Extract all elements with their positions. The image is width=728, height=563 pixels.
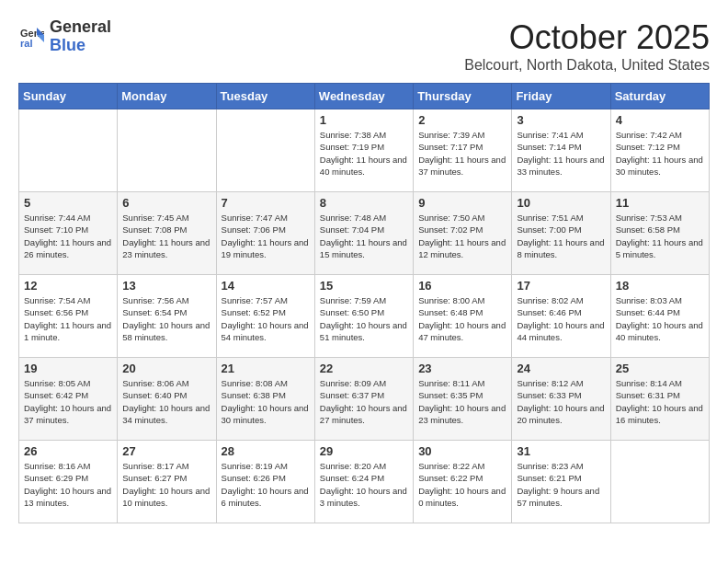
day-number: 26 bbox=[24, 444, 112, 458]
day-info: Sunrise: 7:38 AMSunset: 7:19 PMDaylight:… bbox=[320, 129, 408, 178]
calendar-cell: 23Sunrise: 8:11 AMSunset: 6:35 PMDayligh… bbox=[414, 358, 512, 441]
day-number: 13 bbox=[122, 279, 210, 293]
calendar-cell: 12Sunrise: 7:54 AMSunset: 6:56 PMDayligh… bbox=[19, 275, 118, 358]
day-info: Sunrise: 7:56 AMSunset: 6:54 PMDaylight:… bbox=[122, 294, 210, 343]
calendar-cell bbox=[118, 109, 216, 192]
day-number: 11 bbox=[616, 196, 704, 210]
day-info: Sunrise: 8:17 AMSunset: 6:27 PMDaylight:… bbox=[122, 460, 210, 509]
calendar-cell: 29Sunrise: 8:20 AMSunset: 6:24 PMDayligh… bbox=[314, 441, 413, 523]
calendar-week-row: 19Sunrise: 8:05 AMSunset: 6:42 PMDayligh… bbox=[19, 358, 710, 441]
calendar-cell: 16Sunrise: 8:00 AMSunset: 6:48 PMDayligh… bbox=[414, 275, 512, 358]
calendar-week-row: 5Sunrise: 7:44 AMSunset: 7:10 PMDaylight… bbox=[19, 192, 710, 275]
calendar-cell: 31Sunrise: 8:23 AMSunset: 6:21 PMDayligh… bbox=[512, 441, 610, 523]
day-info: Sunrise: 7:54 AMSunset: 6:56 PMDaylight:… bbox=[24, 294, 112, 343]
calendar-cell bbox=[19, 109, 118, 192]
calendar-cell: 20Sunrise: 8:06 AMSunset: 6:40 PMDayligh… bbox=[118, 358, 216, 441]
day-info: Sunrise: 7:44 AMSunset: 7:10 PMDaylight:… bbox=[24, 212, 112, 260]
calendar-cell: 15Sunrise: 7:59 AMSunset: 6:50 PMDayligh… bbox=[314, 275, 413, 358]
day-info: Sunrise: 8:00 AMSunset: 6:48 PMDaylight:… bbox=[418, 294, 506, 343]
calendar-cell: 18Sunrise: 8:03 AMSunset: 6:44 PMDayligh… bbox=[610, 275, 709, 358]
svg-text:ral: ral bbox=[20, 38, 32, 49]
day-number: 22 bbox=[320, 362, 408, 375]
calendar-body: 1Sunrise: 7:38 AMSunset: 7:19 PMDaylight… bbox=[19, 109, 710, 523]
day-info: Sunrise: 8:23 AMSunset: 6:21 PMDaylight:… bbox=[517, 460, 605, 509]
day-info: Sunrise: 7:50 AMSunset: 7:02 PMDaylight:… bbox=[418, 212, 506, 260]
weekday-header: Wednesday bbox=[314, 84, 413, 109]
day-number: 10 bbox=[517, 196, 605, 210]
day-number: 6 bbox=[122, 196, 210, 210]
calendar-cell: 27Sunrise: 8:17 AMSunset: 6:27 PMDayligh… bbox=[118, 441, 216, 523]
logo: Gene ral General Blue bbox=[18, 18, 111, 55]
day-info: Sunrise: 7:48 AMSunset: 7:04 PMDaylight:… bbox=[320, 212, 408, 260]
weekday-header: Friday bbox=[512, 84, 610, 109]
calendar-cell: 19Sunrise: 8:05 AMSunset: 6:42 PMDayligh… bbox=[19, 358, 118, 441]
calendar-cell: 5Sunrise: 7:44 AMSunset: 7:10 PMDaylight… bbox=[19, 192, 118, 275]
day-number: 15 bbox=[320, 279, 408, 293]
calendar-cell: 4Sunrise: 7:42 AMSunset: 7:12 PMDaylight… bbox=[610, 109, 709, 192]
day-info: Sunrise: 7:41 AMSunset: 7:14 PMDaylight:… bbox=[517, 129, 605, 178]
day-number: 24 bbox=[517, 362, 605, 375]
logo-general-text: General bbox=[50, 17, 111, 36]
calendar-cell: 21Sunrise: 8:08 AMSunset: 6:38 PMDayligh… bbox=[216, 358, 314, 441]
day-info: Sunrise: 7:47 AMSunset: 7:06 PMDaylight:… bbox=[222, 212, 310, 260]
calendar-cell: 30Sunrise: 8:22 AMSunset: 6:22 PMDayligh… bbox=[414, 441, 512, 523]
calendar-week-row: 26Sunrise: 8:16 AMSunset: 6:29 PMDayligh… bbox=[19, 441, 710, 523]
calendar-cell bbox=[610, 441, 709, 523]
day-number: 30 bbox=[418, 444, 506, 458]
calendar-cell: 17Sunrise: 8:02 AMSunset: 6:46 PMDayligh… bbox=[512, 275, 610, 358]
day-info: Sunrise: 7:59 AMSunset: 6:50 PMDaylight:… bbox=[320, 294, 408, 343]
day-number: 31 bbox=[517, 444, 605, 458]
calendar-table: SundayMondayTuesdayWednesdayThursdayFrid… bbox=[18, 83, 710, 523]
day-info: Sunrise: 7:45 AMSunset: 7:08 PMDaylight:… bbox=[122, 212, 210, 260]
day-number: 20 bbox=[122, 362, 210, 375]
day-info: Sunrise: 8:08 AMSunset: 6:38 PMDaylight:… bbox=[222, 377, 310, 426]
logo-blue-text: Blue bbox=[50, 36, 85, 54]
calendar-cell: 7Sunrise: 7:47 AMSunset: 7:06 PMDaylight… bbox=[216, 192, 314, 275]
calendar-cell: 3Sunrise: 7:41 AMSunset: 7:14 PMDaylight… bbox=[512, 109, 610, 192]
calendar-week-row: 12Sunrise: 7:54 AMSunset: 6:56 PMDayligh… bbox=[19, 275, 710, 358]
day-number: 5 bbox=[24, 196, 112, 210]
calendar-cell: 14Sunrise: 7:57 AMSunset: 6:52 PMDayligh… bbox=[216, 275, 314, 358]
day-number: 4 bbox=[616, 113, 704, 127]
month-title: October 2025 bbox=[464, 18, 710, 57]
day-info: Sunrise: 8:02 AMSunset: 6:46 PMDaylight:… bbox=[517, 294, 605, 343]
day-info: Sunrise: 7:51 AMSunset: 7:00 PMDaylight:… bbox=[517, 212, 605, 260]
calendar-cell: 1Sunrise: 7:38 AMSunset: 7:19 PMDaylight… bbox=[314, 109, 413, 192]
calendar-cell: 6Sunrise: 7:45 AMSunset: 7:08 PMDaylight… bbox=[118, 192, 216, 275]
day-info: Sunrise: 8:03 AMSunset: 6:44 PMDaylight:… bbox=[616, 294, 704, 343]
day-number: 18 bbox=[616, 279, 704, 293]
day-info: Sunrise: 7:57 AMSunset: 6:52 PMDaylight:… bbox=[222, 294, 310, 343]
day-info: Sunrise: 8:11 AMSunset: 6:35 PMDaylight:… bbox=[418, 377, 506, 426]
day-number: 25 bbox=[616, 362, 704, 375]
calendar-cell: 11Sunrise: 7:53 AMSunset: 6:58 PMDayligh… bbox=[610, 192, 709, 275]
title-block: October 2025 Belcourt, North Dakota, Uni… bbox=[464, 18, 710, 74]
day-info: Sunrise: 7:53 AMSunset: 6:58 PMDaylight:… bbox=[616, 212, 704, 260]
day-info: Sunrise: 7:39 AMSunset: 7:17 PMDaylight:… bbox=[418, 129, 506, 178]
day-info: Sunrise: 8:06 AMSunset: 6:40 PMDaylight:… bbox=[122, 377, 210, 426]
day-info: Sunrise: 8:19 AMSunset: 6:26 PMDaylight:… bbox=[222, 460, 310, 509]
calendar-cell: 24Sunrise: 8:12 AMSunset: 6:33 PMDayligh… bbox=[512, 358, 610, 441]
calendar-header-row: SundayMondayTuesdayWednesdayThursdayFrid… bbox=[19, 84, 710, 109]
day-info: Sunrise: 8:20 AMSunset: 6:24 PMDaylight:… bbox=[320, 460, 408, 509]
day-number: 16 bbox=[418, 279, 506, 293]
day-number: 17 bbox=[517, 279, 605, 293]
calendar-cell bbox=[216, 109, 314, 192]
day-number: 8 bbox=[320, 196, 408, 210]
day-number: 9 bbox=[418, 196, 506, 210]
weekday-header: Tuesday bbox=[216, 84, 314, 109]
day-info: Sunrise: 7:42 AMSunset: 7:12 PMDaylight:… bbox=[616, 129, 704, 178]
day-number: 27 bbox=[122, 444, 210, 458]
header: Gene ral General Blue October 2025 Belco… bbox=[18, 18, 710, 74]
day-number: 19 bbox=[24, 362, 112, 375]
calendar-cell: 10Sunrise: 7:51 AMSunset: 7:00 PMDayligh… bbox=[512, 192, 610, 275]
weekday-header: Saturday bbox=[610, 84, 709, 109]
day-number: 2 bbox=[418, 113, 506, 127]
calendar-cell: 2Sunrise: 7:39 AMSunset: 7:17 PMDaylight… bbox=[414, 109, 512, 192]
day-info: Sunrise: 8:22 AMSunset: 6:22 PMDaylight:… bbox=[418, 460, 506, 509]
day-number: 14 bbox=[222, 279, 310, 293]
location-title: Belcourt, North Dakota, United States bbox=[464, 57, 710, 74]
calendar-cell: 9Sunrise: 7:50 AMSunset: 7:02 PMDaylight… bbox=[414, 192, 512, 275]
day-number: 23 bbox=[418, 362, 506, 375]
day-number: 1 bbox=[320, 113, 408, 127]
day-info: Sunrise: 8:16 AMSunset: 6:29 PMDaylight:… bbox=[24, 460, 112, 509]
